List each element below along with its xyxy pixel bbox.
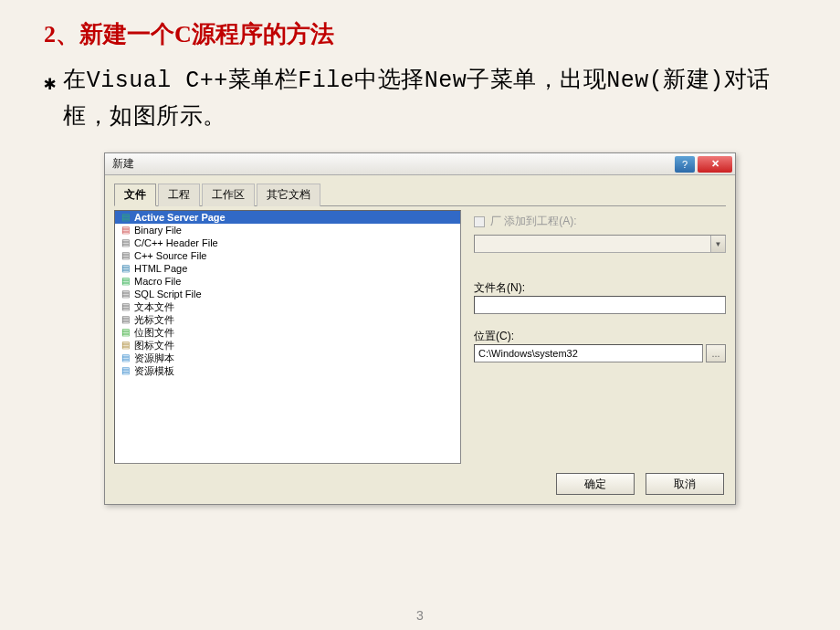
list-item[interactable]: ▤图标文件 (115, 339, 460, 352)
window-buttons: ? ✕ (675, 156, 735, 173)
file-type-icon: ▤ (119, 314, 131, 325)
add-to-project-checkbox (474, 216, 485, 227)
file-type-label: SQL Script File (134, 288, 202, 300)
ok-button[interactable]: 确定 (556, 473, 635, 495)
file-type-label: Binary File (134, 224, 182, 236)
file-type-label: C++ Source File (134, 249, 206, 262)
file-type-label: Active Server Page (134, 211, 226, 224)
new-dialog: 新建 ? ✕ 文件工程工作区其它文档 ▤Active Server Page▤B… (104, 152, 736, 505)
cancel-button[interactable]: 取消 (646, 473, 724, 495)
right-panel: 厂 添加到工程(A): ▼ 文件名(N): 位置(C): (474, 210, 726, 464)
bullet-marker-icon: ✱ (44, 68, 56, 100)
dialog-tabs: 文件工程工作区其它文档 (114, 183, 726, 206)
project-combo: ▼ (474, 235, 726, 253)
file-type-label: 位图文件 (134, 326, 174, 339)
tab-0[interactable]: 文件 (114, 184, 156, 206)
list-item[interactable]: ▤SQL Script File (115, 288, 460, 300)
list-item[interactable]: ▤C++ Source File (115, 249, 460, 262)
dialog-title: 新建 (112, 156, 134, 172)
list-item[interactable]: ▤Macro File (115, 275, 460, 288)
filename-input[interactable] (474, 296, 726, 314)
list-item[interactable]: ▤资源模板 (115, 364, 460, 377)
list-item[interactable]: ▤位图文件 (115, 326, 460, 339)
list-item[interactable]: ▤资源脚本 (115, 352, 460, 364)
list-item[interactable]: ▤Binary File (115, 224, 460, 236)
tab-3[interactable]: 其它文档 (257, 184, 320, 206)
file-type-label: 图标文件 (134, 339, 174, 352)
file-type-label: 资源模板 (134, 364, 174, 377)
file-type-icon: ▤ (119, 225, 131, 236)
close-button[interactable]: ✕ (698, 156, 732, 173)
help-button[interactable]: ? (675, 156, 695, 173)
add-to-project-label: 厂 添加到工程(A): (490, 214, 577, 229)
browse-button[interactable]: ... (706, 344, 726, 362)
file-type-icon: ▤ (119, 352, 131, 363)
location-input[interactable] (474, 344, 703, 362)
file-type-icon: ▤ (119, 250, 131, 261)
file-type-label: HTML Page (134, 262, 187, 275)
slide-body: ✱ 在Visual C++菜单栏File中选择New子菜单，出现New(新建)对… (0, 50, 840, 136)
file-type-icon: ▤ (119, 276, 131, 287)
file-type-icon: ▤ (119, 365, 131, 376)
list-item[interactable]: ▤HTML Page (115, 262, 460, 275)
file-type-label: C/C++ Header File (134, 236, 218, 249)
file-type-label: Macro File (134, 275, 181, 288)
location-label: 位置(C): (474, 329, 726, 344)
file-type-icon: ▤ (119, 263, 131, 274)
chevron-down-icon: ▼ (710, 236, 725, 252)
bullet-text: 在Visual C++菜单栏File中选择New子菜单，出现New(新建)对话框… (63, 63, 796, 136)
file-type-icon: ▤ (119, 340, 131, 351)
dialog-titlebar: 新建 ? ✕ (105, 153, 735, 175)
file-type-icon: ▤ (119, 289, 131, 299)
list-item[interactable]: ▤Active Server Page (115, 211, 460, 224)
slide-heading: 2、新建一个C源程序的方法 (0, 0, 840, 50)
page-number: 3 (416, 608, 424, 623)
list-item[interactable]: ▤C/C++ Header File (115, 236, 460, 249)
file-type-label: 光标文件 (134, 313, 174, 326)
file-type-icon: ▤ (119, 237, 131, 248)
list-item[interactable]: ▤文本文件 (115, 300, 460, 313)
add-to-project-group: 厂 添加到工程(A): ▼ (474, 214, 726, 253)
file-type-label: 文本文件 (134, 300, 174, 313)
file-type-icon: ▤ (119, 212, 131, 223)
file-type-list[interactable]: ▤Active Server Page▤Binary File▤C/C++ He… (114, 210, 461, 464)
file-type-label: 资源脚本 (134, 352, 174, 364)
filename-label: 文件名(N): (474, 280, 726, 296)
tab-2[interactable]: 工作区 (202, 184, 255, 206)
bullet-item: ✱ 在Visual C++菜单栏File中选择New子菜单，出现New(新建)对… (44, 63, 796, 136)
list-item[interactable]: ▤光标文件 (115, 313, 460, 326)
file-type-icon: ▤ (119, 327, 131, 338)
file-type-icon: ▤ (119, 301, 131, 312)
tab-1[interactable]: 工程 (158, 184, 200, 206)
